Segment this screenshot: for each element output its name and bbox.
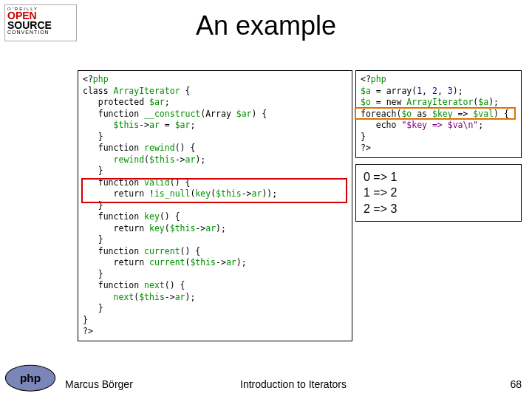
conference-logo: O'REILLY OPEN SOURCE CONVENTION [4, 4, 77, 41]
footer-title: Introduction to Iterators [240, 378, 347, 390]
logo-line4: CONVENTION [7, 30, 74, 35]
slide-title: An example [0, 0, 532, 41]
content-area: <?php class ArrayIterator { protected $a… [78, 70, 522, 341]
footer-page-number: 68 [510, 378, 522, 390]
code-left: <?php class ArrayIterator { protected $a… [78, 70, 352, 341]
footer: Marcus Börger Introduction to Iterators … [65, 378, 522, 390]
php-logo-icon: php [4, 364, 56, 393]
svg-text:php: php [20, 372, 41, 384]
logo-line3: SOURCE [7, 21, 74, 30]
footer-author: Marcus Börger [65, 378, 133, 390]
right-column: <?php $a = array(1, 2, 3); $o = new Arra… [355, 70, 522, 341]
code-right: <?php $a = array(1, 2, 3); $o = new Arra… [355, 70, 522, 158]
output-box: 0 => 1 1 => 2 2 => 3 [355, 164, 522, 222]
